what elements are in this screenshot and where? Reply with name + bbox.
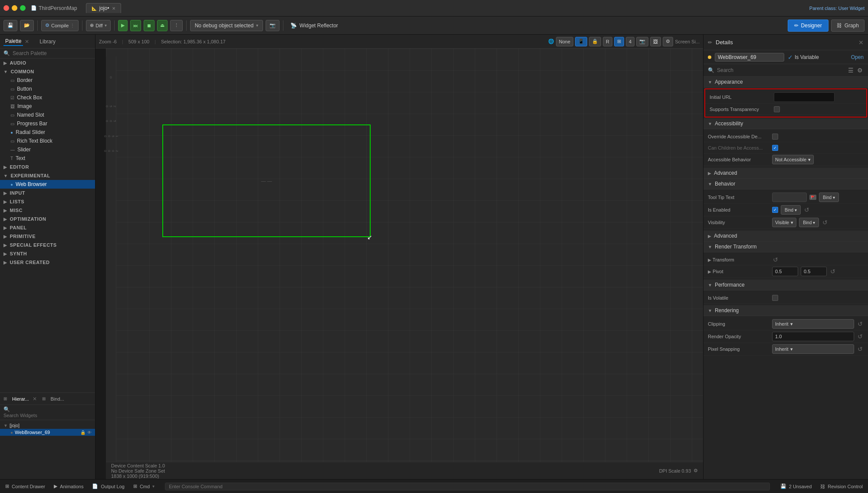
is-enabled-bind-button[interactable]: Bind ▾ (781, 205, 801, 215)
unsaved-button[interactable]: 💾 2 Unsaved (779, 483, 814, 490)
palette-item-checkbox[interactable]: ☑ Check Box (0, 93, 95, 102)
list-view-icon[interactable]: ☰ (847, 66, 855, 75)
dpi-settings-icon[interactable]: ⚙ (694, 468, 698, 473)
open-button[interactable]: Open (851, 54, 864, 60)
can-children-access-checkbox[interactable] (772, 145, 778, 151)
behavior-section-header[interactable]: ▼ Behavior (704, 179, 868, 189)
widget-name-input[interactable] (715, 53, 784, 62)
initial-url-input[interactable] (774, 92, 835, 102)
animations-button[interactable]: ▶ Animations (52, 483, 85, 490)
num4-button[interactable]: 4 (626, 37, 635, 46)
palette-section-common[interactable]: ▼ COMMON (0, 67, 95, 76)
details-close-icon[interactable]: ✕ (858, 39, 864, 46)
eject-button[interactable]: ⏏ (157, 20, 168, 31)
accessibility-section-header[interactable]: ▼ Accessibility (704, 118, 868, 129)
palette-section-optimization[interactable]: ▶ OPTIMIZATION (0, 215, 95, 223)
debug-selector[interactable]: No debug object selected ▾ (190, 20, 263, 31)
palette-section-synth[interactable]: ▶ SYNTH (0, 249, 95, 258)
library-tab[interactable]: Library (38, 38, 57, 46)
widget-reflector-button[interactable]: 📡 Widget Reflector (287, 21, 342, 30)
palette-item-web-browser[interactable]: ● Web Browser (0, 180, 95, 189)
palette-item-slider[interactable]: — Slider (0, 145, 95, 154)
palette-section-editor[interactable]: ▶ EDITOR (0, 163, 95, 171)
render-opacity-input[interactable] (772, 332, 854, 341)
palette-section-lists[interactable]: ▶ LISTS (0, 197, 95, 206)
grid-view-icon[interactable]: ⚙ (856, 66, 864, 75)
pivot-reset-icon[interactable]: ↺ (829, 268, 836, 275)
hierarchy-tab[interactable]: Hierar... (10, 395, 31, 402)
pixel-snapping-reset-icon[interactable]: ↺ (857, 346, 864, 353)
output-log-button[interactable]: 📄 Output Log (90, 483, 126, 490)
maximize-button[interactable] (20, 5, 26, 11)
palette-section-experimental[interactable]: ▼ EXPERIMENTAL (0, 171, 95, 180)
palette-item-progress-bar[interactable]: ▭ Progress Bar (0, 119, 95, 128)
hierarchy-search-input[interactable] (3, 413, 92, 418)
graph-button[interactable]: ⛓ Graph (831, 20, 865, 32)
tree-item-jojo[interactable]: ▼ [jojo] (0, 422, 95, 429)
transform-reset-icon[interactable]: ↺ (772, 256, 779, 263)
cmd-button[interactable]: ⊞ Cmd ▾ (132, 483, 156, 490)
palette-item-text[interactable]: T Text (0, 154, 95, 163)
clipping-reset-icon[interactable]: ↺ (857, 320, 864, 327)
active-tab[interactable]: 📐 jojo• ✕ (86, 3, 121, 13)
tooltip-flag-icon[interactable]: 🚩 (809, 195, 816, 200)
performance-section-header[interactable]: ▼ Performance (704, 280, 868, 291)
browse-button[interactable]: 📂 (20, 20, 34, 31)
render-transform-section-header[interactable]: ▼ Render Transform (704, 242, 868, 252)
palette-section-user-created[interactable]: ▶ USER CREATED (0, 258, 95, 267)
stop-button[interactable]: ⏹ (144, 20, 155, 31)
content-drawer-button[interactable]: ⊞ Content Drawer (3, 483, 47, 490)
visibility-select[interactable]: Visible ▾ (772, 218, 796, 227)
palette-item-image[interactable]: 🖼 Image (0, 102, 95, 111)
advanced1-section-header[interactable]: ▶ Advanced (704, 168, 868, 179)
palette-item-radial-slider[interactable]: ● Radial Slider (0, 128, 95, 137)
visibility-reset-icon[interactable]: ↺ (822, 219, 829, 226)
palette-item-border[interactable]: ▭ Border (0, 76, 95, 85)
debug-icon-button[interactable]: 📷 (266, 20, 279, 31)
accessible-behavior-select[interactable]: Not Accessible ▾ (772, 155, 814, 164)
grid-button[interactable]: ⊞ (614, 37, 624, 46)
palette-item-rich-text[interactable]: ▭ Rich Text Block (0, 137, 95, 145)
tree-item-webbrowser[interactable]: ● WebBrowser_69 🔒 👁 (0, 429, 95, 436)
canvas-viewport[interactable]: 0 250 500 1500 2000 — — ↙ Device Content… (106, 49, 703, 479)
palette-section-panel[interactable]: ▶ PANEL (0, 223, 95, 232)
play-button[interactable]: ▶ (118, 20, 128, 31)
palette-section-misc[interactable]: ▶ MISC (0, 206, 95, 215)
details-search-input[interactable] (717, 67, 845, 73)
hierarchy-close-icon[interactable]: ✕ (33, 396, 37, 402)
supports-transparency-checkbox[interactable] (774, 106, 780, 112)
designer-button[interactable]: ✏ Designer (788, 20, 829, 32)
is-enabled-reset-icon[interactable]: ↺ (803, 206, 810, 213)
r-button[interactable]: R (603, 37, 612, 46)
rendering-section-header[interactable]: ▼ Rendering (704, 305, 868, 316)
close-button[interactable] (3, 5, 9, 11)
lock-button[interactable]: 🔒 (589, 37, 601, 46)
advanced2-section-header[interactable]: ▶ Advanced (704, 231, 868, 242)
console-input[interactable] (165, 483, 770, 490)
tab-close-icon[interactable]: ✕ (112, 6, 115, 11)
palette-section-audio[interactable]: ▶ AUDIO (0, 59, 95, 67)
palette-section-input[interactable]: ▶ INPUT (0, 189, 95, 197)
options-button[interactable]: ⋮ (170, 20, 183, 31)
is-enabled-checkbox[interactable] (772, 207, 778, 213)
palette-search-input[interactable] (13, 50, 92, 56)
override-accessible-checkbox[interactable] (772, 134, 778, 140)
visibility-bind-button[interactable]: Bind ▾ (799, 218, 819, 227)
minimize-button[interactable] (12, 5, 17, 11)
resize-handle[interactable]: ↙ (367, 234, 372, 239)
is-variable-check[interactable]: ✓ Is Variable (788, 54, 819, 61)
save-button[interactable]: 💾 (3, 20, 17, 31)
clipping-select[interactable]: Inherit ▾ (772, 319, 854, 329)
settings-button[interactable]: ⚙ (663, 37, 673, 46)
palette-close-icon[interactable]: ✕ (25, 39, 29, 45)
pixel-snapping-select[interactable]: Inherit ▾ (772, 344, 854, 354)
render-opacity-reset-icon[interactable]: ↺ (857, 333, 864, 340)
appearance-section-header[interactable]: ▼ Appearance (704, 77, 868, 88)
camera-button[interactable]: 📷 (636, 37, 648, 46)
palette-section-special-effects[interactable]: ▶ SPECIAL EFFECTS (0, 241, 95, 249)
palette-section-primitive[interactable]: ▶ PRIMITIVE (0, 232, 95, 241)
screen-button[interactable]: 📱 (575, 37, 587, 46)
palette-tab[interactable]: Palette (3, 37, 23, 46)
compile-button[interactable]: ⚙ Compile ⋮ (41, 20, 79, 31)
is-volatile-checkbox[interactable] (772, 295, 778, 301)
